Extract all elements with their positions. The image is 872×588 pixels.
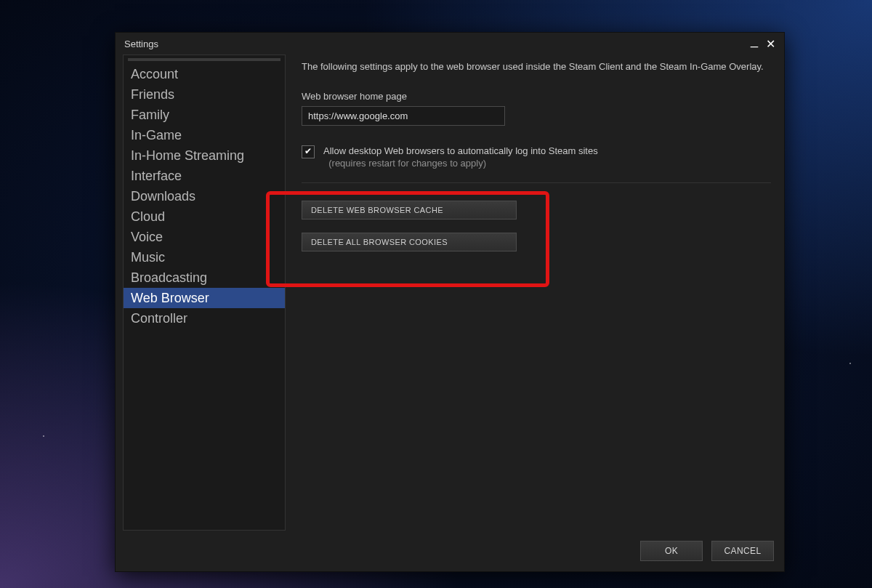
ok-button[interactable]: OK <box>640 541 703 561</box>
sidebar-item-cloud[interactable]: Cloud <box>124 206 285 227</box>
sidebar-item-controller[interactable]: Controller <box>124 308 285 329</box>
sidebar-item-in-home-streaming[interactable]: In-Home Streaming <box>124 145 285 166</box>
settings-content-web-browser: The following settings apply to the web … <box>286 55 777 531</box>
close-icon[interactable]: ✕ <box>762 36 778 52</box>
sidebar-item-broadcasting[interactable]: Broadcasting <box>124 267 285 288</box>
window-title: Settings <box>124 39 158 49</box>
sidebar-item-account[interactable]: Account <box>124 64 285 84</box>
delete-cache-button[interactable]: DELETE WEB BROWSER CACHE <box>302 201 517 220</box>
panel-description: The following settings apply to the web … <box>302 60 774 73</box>
cancel-button[interactable]: CANCEL <box>711 541 774 561</box>
dialog-footer: OK CANCEL <box>116 531 784 571</box>
homepage-input[interactable] <box>302 106 505 126</box>
delete-cookies-button[interactable]: DELETE ALL BROWSER COOKIES <box>302 233 517 251</box>
sidebar-item-interface[interactable]: Interface <box>124 166 285 186</box>
auto-login-label: Allow desktop Web browsers to automatica… <box>323 145 598 169</box>
sidebar-item-music[interactable]: Music <box>124 247 285 267</box>
settings-window: Settings _ ✕ AccountFriendsFamilyIn-Game… <box>115 32 785 572</box>
sidebar-item-family[interactable]: Family <box>124 105 285 125</box>
auto-login-label-text: Allow desktop Web browsers to automatica… <box>323 145 598 156</box>
minimize-icon[interactable]: _ <box>746 33 762 55</box>
homepage-label: Web browser home page <box>302 91 774 102</box>
divider <box>302 182 771 183</box>
sidebar-item-downloads[interactable]: Downloads <box>124 186 285 206</box>
auto-login-note: (requires restart for changes to apply) <box>328 158 486 169</box>
titlebar[interactable]: Settings _ ✕ <box>116 33 784 55</box>
sidebar-item-in-game[interactable]: In-Game <box>124 125 285 145</box>
sidebar-item-voice[interactable]: Voice <box>124 227 285 247</box>
sidebar-item-web-browser[interactable]: Web Browser <box>124 288 285 308</box>
auto-login-checkbox[interactable]: ✔ <box>302 145 315 158</box>
sidebar-item-friends[interactable]: Friends <box>124 84 285 105</box>
settings-sidebar: AccountFriendsFamilyIn-GameIn-Home Strea… <box>123 55 286 531</box>
sidebar-accent <box>128 58 280 61</box>
